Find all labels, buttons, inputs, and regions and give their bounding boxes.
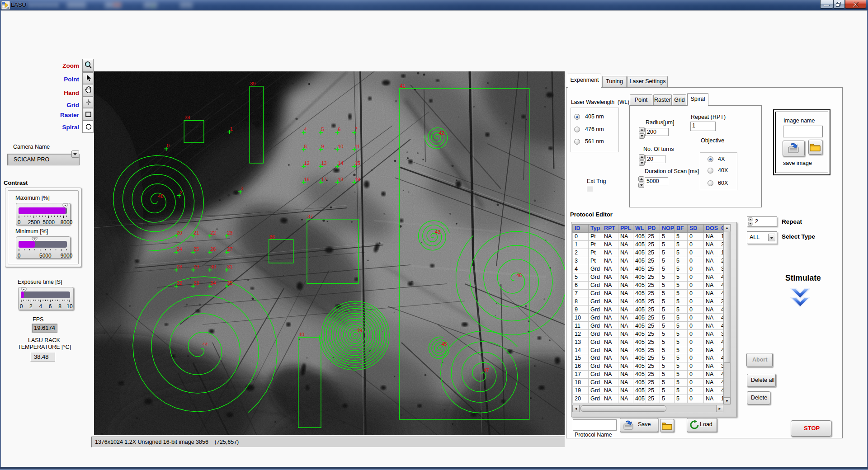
svg-text:1: 1: [230, 126, 233, 132]
svg-text:35: 35: [227, 280, 233, 286]
svg-text:33: 33: [193, 280, 199, 286]
svg-text:32: 32: [177, 280, 182, 286]
svg-text:22: 22: [210, 230, 216, 235]
svg-text:7: 7: [355, 127, 358, 132]
svg-text:6: 6: [338, 127, 340, 132]
svg-text:8: 8: [304, 144, 307, 149]
svg-text:44: 44: [202, 342, 208, 347]
svg-text:25: 25: [193, 246, 199, 252]
svg-text:15: 15: [6, 6, 9, 9]
svg-text:48: 48: [158, 193, 163, 199]
svg-text:13: 13: [321, 160, 327, 166]
svg-text:14: 14: [338, 160, 343, 166]
svg-text:23: 23: [227, 230, 233, 235]
svg-text:31: 31: [227, 264, 233, 269]
svg-text:37: 37: [307, 214, 313, 219]
svg-text:4: 4: [304, 127, 307, 132]
svg-text:43: 43: [435, 229, 440, 235]
svg-text:26: 26: [210, 246, 216, 252]
svg-text:30: 30: [210, 264, 216, 269]
svg-text:46: 46: [516, 273, 522, 278]
svg-text:42: 42: [439, 130, 444, 136]
svg-text:16: 16: [304, 177, 310, 182]
svg-text:49: 49: [357, 328, 362, 333]
svg-text:34: 34: [210, 280, 216, 286]
svg-text:39: 39: [250, 81, 255, 86]
svg-text:24: 24: [177, 246, 182, 252]
svg-text:3: 3: [241, 186, 243, 191]
svg-text:10: 10: [338, 144, 343, 149]
svg-text:0: 0: [167, 143, 170, 148]
svg-text:45: 45: [442, 341, 447, 347]
svg-text:17: 17: [321, 177, 327, 182]
svg-text:28: 28: [177, 264, 182, 269]
svg-text:29: 29: [193, 264, 199, 269]
svg-text:15: 15: [355, 160, 360, 166]
svg-text:9: 9: [321, 144, 324, 149]
svg-text:5: 5: [321, 127, 324, 132]
svg-text:40: 40: [299, 332, 304, 337]
svg-text:36: 36: [269, 234, 275, 240]
svg-text:12: 12: [304, 160, 310, 166]
svg-text:19: 19: [355, 177, 360, 182]
svg-text:20: 20: [177, 230, 182, 235]
svg-text:38: 38: [184, 115, 190, 120]
svg-text:18: 18: [338, 177, 343, 182]
svg-text:27: 27: [227, 246, 233, 252]
svg-text:47: 47: [484, 367, 489, 373]
svg-text:11: 11: [355, 144, 360, 149]
svg-text:41: 41: [400, 83, 405, 89]
svg-text:21: 21: [193, 230, 199, 235]
svg-text:2: 2: [179, 190, 182, 195]
